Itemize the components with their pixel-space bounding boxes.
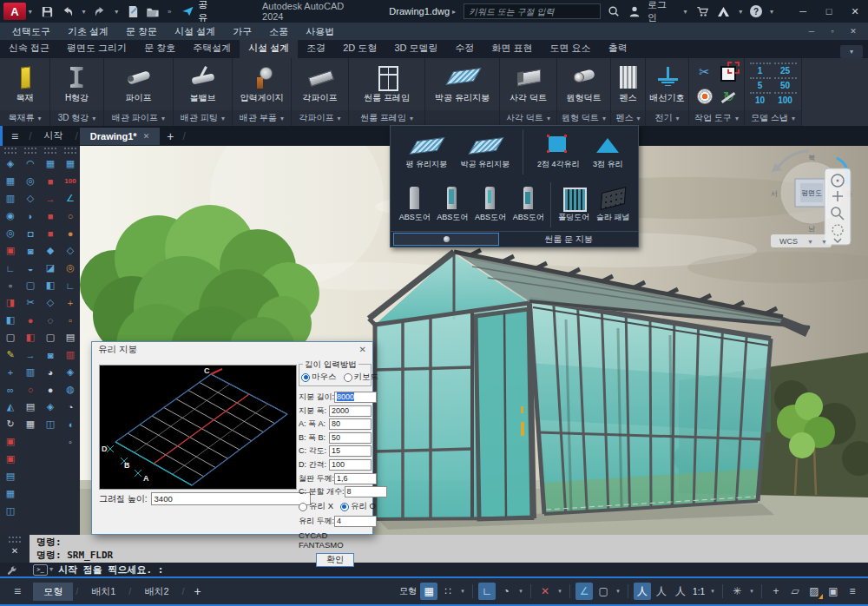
- snap-value[interactable]: 10: [750, 92, 771, 107]
- command-input[interactable]: >_ ▼ 시작 점을 찍으세요. :: [0, 563, 868, 576]
- more-tools-icon[interactable]: »: [168, 8, 171, 16]
- tool-icon[interactable]: ▢: [22, 277, 39, 293]
- menu-item[interactable]: 시설 설계: [166, 23, 224, 40]
- isodraft-toggle[interactable]: ✕: [536, 583, 554, 600]
- layout-tab[interactable]: 모형: [33, 583, 73, 601]
- panel-title[interactable]: 펜스▾: [611, 110, 645, 126]
- panel-title[interactable]: 배관 파이프▾: [104, 110, 173, 126]
- layout-menu-icon[interactable]: ≡: [14, 584, 21, 598]
- close-button[interactable]: ✕: [842, 1, 868, 22]
- target-icon[interactable]: [694, 85, 716, 108]
- ribbon-tab[interactable]: 도면 요소: [542, 39, 600, 58]
- dialog-field-input[interactable]: 1,6: [334, 473, 377, 484]
- scissors-icon[interactable]: [694, 61, 716, 83]
- tool-icon[interactable]: ◧: [22, 329, 39, 346]
- command-grip[interactable]: [9, 537, 21, 543]
- tool-icon[interactable]: ▣: [2, 451, 19, 467]
- layout-tab[interactable]: 배치1: [81, 583, 126, 601]
- autocad-logo[interactable]: A: [3, 3, 26, 20]
- tool-icon[interactable]: ◫: [2, 503, 19, 519]
- tool-icon[interactable]: ■: [42, 225, 59, 241]
- menu-item[interactable]: 기초 설계: [59, 23, 117, 40]
- undo-dropdown-icon[interactable]: ▾: [82, 8, 85, 16]
- ribbon-button-0[interactable]: 목재: [12, 64, 38, 104]
- tool-icon[interactable]: ▥: [22, 364, 39, 380]
- ribbon-button-6[interactable]: 썬룸 프레임: [364, 64, 410, 104]
- redo-icon[interactable]: [92, 3, 108, 19]
- tool-icon[interactable]: ◧: [42, 277, 59, 293]
- tool-icon[interactable]: ▤: [2, 468, 19, 484]
- command-history[interactable]: 명령:명령: SRM_FLDR: [30, 535, 868, 563]
- clean-screen-icon[interactable]: ▣: [825, 583, 842, 600]
- tool-icon[interactable]: ∟: [62, 277, 79, 293]
- minimize-button[interactable]: ─: [790, 1, 816, 22]
- osnap-toggle[interactable]: ▢: [595, 583, 612, 600]
- snap-value[interactable]: 5: [750, 77, 771, 92]
- snap-value[interactable]: 50: [774, 77, 797, 92]
- annotation-autoscale-toggle[interactable]: 人: [653, 583, 670, 600]
- isolate-objects-icon[interactable]: ▱: [786, 583, 804, 600]
- customize-icon[interactable]: ≡: [844, 583, 861, 600]
- tool-icon[interactable]: ▫: [62, 312, 79, 328]
- tool-icon[interactable]: ●: [42, 381, 59, 398]
- tool-icon[interactable]: ∞: [2, 381, 19, 398]
- menu-item[interactable]: 소품: [260, 23, 297, 40]
- maximize-button[interactable]: □: [816, 1, 842, 22]
- tool-icon[interactable]: ●: [62, 225, 79, 241]
- tool-icon[interactable]: ■: [42, 207, 59, 224]
- tool-icon[interactable]: ◙: [42, 346, 59, 363]
- command-dropdown-icon[interactable]: ▼: [49, 566, 53, 573]
- ribbon-collapse-icon[interactable]: ▾: [840, 45, 863, 58]
- flyout-item[interactable]: ABS도어: [399, 187, 431, 223]
- panel-title[interactable]: 사각 덕트▾: [500, 110, 556, 126]
- dialog-field-input[interactable]: 2000: [329, 405, 372, 417]
- undo-icon[interactable]: [60, 3, 76, 19]
- ribbon-tab[interactable]: 화면 표현: [483, 39, 542, 58]
- panel-title[interactable]: 모델 스냅▾: [745, 110, 801, 126]
- tool-icon[interactable]: ●: [22, 312, 39, 328]
- tool-icon[interactable]: ▦: [42, 155, 59, 172]
- ribbon-button-11[interactable]: 배선기호: [650, 64, 685, 104]
- flyout-item[interactable]: 폴딩도어: [558, 187, 589, 223]
- annotation-scale-value[interactable]: 1:1: [691, 587, 707, 596]
- plot-icon[interactable]: [125, 3, 141, 19]
- tool-icon[interactable]: ▥: [2, 190, 19, 207]
- ribbon-tab[interactable]: 조경: [298, 39, 334, 58]
- ribbon-button-5[interactable]: 각파이프: [303, 64, 338, 104]
- tool-icon[interactable]: ∠: [62, 190, 79, 207]
- tool-icon[interactable]: 100: [62, 173, 79, 189]
- annotation-scale-icon[interactable]: 人: [672, 583, 689, 600]
- save-icon[interactable]: [40, 3, 56, 19]
- autodesk-dropdown-icon[interactable]: ▾: [739, 8, 742, 16]
- flyout-item[interactable]: 3점 유리: [593, 134, 623, 170]
- isodraft-dropdown-icon[interactable]: ▾: [556, 583, 564, 600]
- file-tab-drawing1[interactable]: Drawing1*✕: [80, 128, 160, 145]
- tool-icon[interactable]: ▦: [62, 155, 79, 172]
- menu-item[interactable]: 사용법: [297, 23, 343, 40]
- tool-icon[interactable]: ◔: [62, 399, 79, 415]
- ribbon-button-8[interactable]: 사각 덕트: [510, 64, 547, 104]
- help-icon[interactable]: ?: [750, 5, 762, 17]
- tool-icon[interactable]: ▫: [2, 277, 19, 293]
- clipframe-icon[interactable]: [718, 61, 740, 83]
- flyout-item[interactable]: ABS도어: [513, 187, 544, 223]
- search-icon[interactable]: [606, 3, 621, 19]
- tool-icon[interactable]: ▦: [22, 416, 39, 432]
- ribbon-button-3[interactable]: 볼밸브: [190, 64, 216, 104]
- flyout-item[interactable]: ABS도어: [437, 187, 468, 223]
- panel-title[interactable]: 배관 피팅▾: [174, 110, 232, 126]
- search-input[interactable]: [464, 3, 601, 19]
- tool-icon[interactable]: ◉: [2, 207, 19, 224]
- login-dropdown-icon[interactable]: ▾: [684, 8, 687, 16]
- tool-icon[interactable]: ✎: [2, 346, 19, 363]
- tool-icon[interactable]: ◗: [22, 207, 39, 224]
- scale-dropdown-icon[interactable]: ▾: [708, 583, 717, 600]
- tool-icon[interactable]: →: [42, 190, 59, 207]
- tool-icon[interactable]: ◫: [42, 416, 59, 432]
- settings-gear-icon[interactable]: ✳: [728, 583, 746, 600]
- tool-icon[interactable]: ◎: [62, 260, 79, 276]
- glass-thickness-field[interactable]: 4: [334, 516, 377, 527]
- ribbon-button-10[interactable]: 펜스: [615, 64, 641, 104]
- panel-title[interactable]: 각파이프▾: [292, 110, 348, 126]
- tool-icon[interactable]: ◠: [22, 155, 39, 172]
